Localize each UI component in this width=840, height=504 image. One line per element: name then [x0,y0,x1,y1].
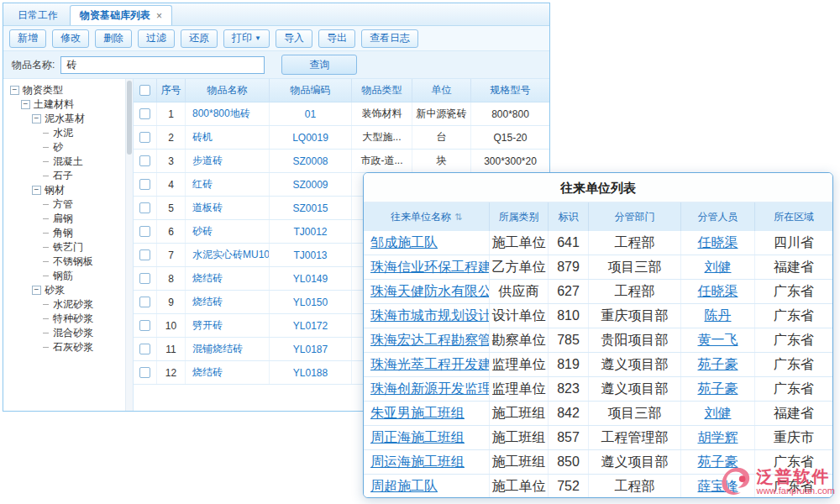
row-checkbox[interactable] [139,367,150,378]
tree-item[interactable]: 铁艺门 [3,240,133,255]
unit-name-link[interactable]: 珠海宏达工程勘察管理公司 [370,332,490,349]
unit-name-link[interactable]: 珠海信业环保工程建设有限... [370,259,490,276]
toolbar-button[interactable]: 过滤 [138,29,175,48]
cell-item-code[interactable]: SZ0009 [270,173,352,196]
row-checkbox[interactable] [139,297,150,307]
table-row[interactable]: 1 800*800地砖 01 装饰材料 新中源瓷砖 800*800 [134,102,549,126]
person-link[interactable]: 苑子豪 [698,356,738,374]
row-checkbox[interactable] [139,202,150,213]
tree-item[interactable]: 扁钢 [3,212,133,226]
person-link[interactable]: 胡学辉 [698,429,738,447]
table-row[interactable]: 珠海创新源开发监理公司 监理单位 823 遵义项目部 苑子豪 广东省 [364,377,832,402]
table-row[interactable]: 珠海市城市规划设计院 设计单位 810 重庆项目部 陈丹 广东省 [364,304,832,328]
cell-item-code[interactable]: TJ0012 [270,220,352,243]
row-checkbox[interactable] [139,273,150,284]
unit-name-link[interactable]: 珠海创新源开发监理公司 [370,381,490,398]
cell-item-name[interactable]: 烧结砖 [186,291,270,313]
table-row[interactable]: 3 步道砖 SZ0008 市政-道... 块 300*300*20 [134,150,549,173]
row-checkbox[interactable] [139,344,150,354]
unit-name-link[interactable]: 珠海天健防水有限公司 [370,283,490,301]
close-icon[interactable]: × [156,11,162,21]
tree-item[interactable]: 角钢 [3,226,133,240]
tab[interactable]: 物资基础库列表 × [70,5,172,25]
row-checkbox[interactable] [139,155,150,166]
tree-item[interactable]: − 钢材 [3,183,133,197]
table-row[interactable]: 邹成施工队 施工单位 641 工程部 任晓渠 四川省 [364,231,832,255]
window-title-bar[interactable]: 往来单位列表 [364,173,832,202]
cell-item-name[interactable]: 水泥实心砖MU10 [186,244,270,266]
toolbar-button[interactable]: 还原 [181,29,218,48]
tree-item[interactable]: 混凝土 [3,155,133,169]
row-checkbox[interactable] [139,132,150,143]
tree-item[interactable]: 混合砂浆 [3,326,133,340]
unit-name-link[interactable]: 周正海施工班组 [370,429,465,447]
tree-item[interactable]: − 泥水基材 [3,112,133,126]
cell-item-code[interactable]: YL0149 [270,267,352,290]
person-link[interactable]: 黄一飞 [698,332,738,349]
row-checkbox[interactable] [139,226,150,237]
cell-item-code[interactable]: SZ0015 [270,197,352,219]
tree-scrollbar[interactable] [125,79,133,411]
cell-item-name[interactable]: 劈开砖 [186,314,270,337]
tree-item[interactable]: − 物资类型 [3,83,133,97]
unit-name-link[interactable]: 邹成施工队 [370,234,438,252]
cell-item-name[interactable]: 砖机 [186,126,270,149]
cell-item-code[interactable]: YL0187 [270,338,352,360]
cell-item-code[interactable]: TJ0013 [270,244,352,266]
toolbar-button[interactable]: 删除 [95,29,132,48]
query-button[interactable]: 查询 [281,55,357,75]
person-link[interactable]: 任晓渠 [698,283,738,301]
unit-name-link[interactable]: 朱亚男施工班组 [370,405,465,423]
row-checkbox[interactable] [139,108,150,119]
select-all-checkbox[interactable] [139,85,150,96]
cell-item-name[interactable]: 烧结砖 [186,267,270,290]
table-row[interactable]: 珠海天健防水有限公司 供应商 627 工程部 任晓渠 广东省 [364,280,832,304]
row-checkbox[interactable] [139,320,150,331]
row-checkbox[interactable] [139,179,150,190]
cell-item-code[interactable]: 01 [270,102,352,125]
table-row[interactable]: 2 砖机 LQ0019 大型施... 台 Q15-20 [134,126,549,150]
cell-item-code[interactable]: SZ0008 [270,150,352,172]
unit-name-link[interactable]: 周运海施工班组 [370,454,465,471]
cell-item-name[interactable]: 混铺烧结砖 [186,338,270,360]
unit-name-link[interactable]: 周超施工队 [370,478,438,496]
tree-collapse-icon[interactable]: − [10,86,19,95]
person-link[interactable]: 任晓渠 [698,234,738,252]
person-link[interactable]: 苑子豪 [698,381,738,398]
table-row[interactable]: 周正海施工班组 施工班组 857 工程管理部 胡学辉 重庆市 [364,426,832,450]
tab[interactable]: 日常工作 [8,5,68,25]
tree-item[interactable]: 水泥砂浆 [3,297,133,312]
toolbar-button[interactable]: 新增 [9,29,46,48]
cell-item-code[interactable]: YL0188 [270,361,352,384]
table-row[interactable]: 珠海信业环保工程建设有限... 乙方单位 879 项目三部 刘健 福建省 [364,255,832,280]
person-link[interactable]: 刘健 [705,259,732,276]
cell-item-name[interactable]: 烧结砖 [186,361,270,384]
toolbar-button[interactable]: 导出 [318,29,355,48]
tree-collapse-icon[interactable]: − [32,186,41,195]
person-link[interactable]: 刘健 [705,405,732,423]
table-row[interactable]: 珠海光萃工程开发建立有限... 监理单位 819 遵义项目部 苑子豪 广东省 [364,353,832,377]
unit-name-link[interactable]: 珠海光萃工程开发建立有限... [370,356,490,374]
table-row[interactable]: 朱亚男施工班组 施工班组 842 项目三部 刘健 福建省 [364,402,832,426]
sort-icon[interactable]: ⇅ [454,212,462,223]
tree-scrollbar-thumb[interactable] [127,81,132,155]
table-row[interactable]: 珠海宏达工程勘察管理公司 勘察单位 785 贵阳项目部 黄一飞 广东省 [364,328,832,353]
toolbar-button[interactable]: 查看日志 [361,29,418,48]
cell-item-code[interactable]: YL0150 [270,291,352,313]
cell-item-code[interactable]: YL0172 [270,314,352,337]
tree-item[interactable]: − 土建材料 [3,97,133,112]
cell-item-name[interactable]: 步道砖 [186,150,270,172]
cell-item-code[interactable]: LQ0019 [270,126,352,149]
tree-item[interactable]: − 砂浆 [3,283,133,297]
item-name-input[interactable] [60,56,265,74]
toolbar-button[interactable]: 修改 [52,29,89,48]
tree-collapse-icon[interactable]: − [21,100,30,109]
cell-item-name[interactable]: 800*800地砖 [186,102,270,125]
tree-collapse-icon[interactable]: − [32,114,41,123]
tree-collapse-icon[interactable]: − [32,286,41,295]
toolbar-button[interactable]: 打印 ▼ [223,29,270,48]
row-checkbox[interactable] [139,249,150,260]
cell-item-name[interactable]: 道板砖 [186,197,270,219]
person-link[interactable]: 陈丹 [705,307,732,325]
tree-item[interactable]: 特种砂浆 [3,312,133,326]
